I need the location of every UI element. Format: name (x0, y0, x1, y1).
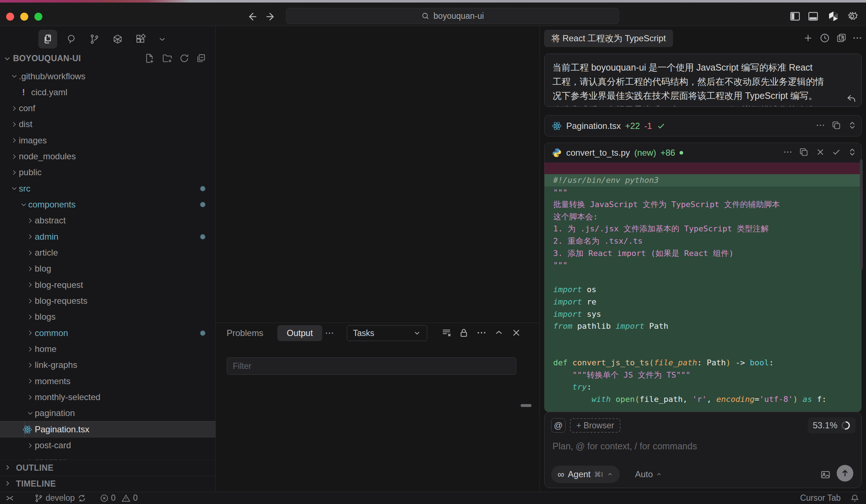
chat-history-icon[interactable] (819, 33, 831, 44)
git-branch-indicator[interactable]: develop (34, 493, 87, 503)
tree-item-blog-request[interactable]: blog-request (0, 277, 215, 293)
tab-output[interactable]: Output (277, 325, 322, 341)
maximize-panel-icon[interactable] (493, 327, 505, 339)
explorer-header[interactable]: BOYOUQUAN-UI (0, 51, 215, 66)
card-more-icon[interactable] (783, 147, 794, 159)
tree-item-blog[interactable]: blog (0, 261, 215, 277)
refresh-icon[interactable] (179, 53, 190, 64)
context-usage-indicator[interactable]: 53.1% (808, 417, 856, 433)
copy-icon[interactable] (799, 147, 810, 159)
send-button[interactable] (837, 465, 853, 482)
code-diff-view[interactable]: #!/usr/bin/env python3"""批量转换 JavaScript… (545, 163, 861, 412)
lock-scroll-icon[interactable] (458, 327, 470, 339)
chat-input-box[interactable]: @ + Browser 53.1% Plan, @ for context, /… (544, 412, 862, 488)
output-channel-select[interactable]: Tasks (347, 325, 427, 341)
tree-item-public[interactable]: public (0, 164, 215, 181)
activity-more-chevron-icon[interactable] (155, 30, 169, 49)
open-in-editor-icon[interactable] (836, 33, 848, 44)
cursor-logo-icon[interactable] (828, 10, 840, 23)
tree-item-link-graphs[interactable]: link-graphs (0, 357, 215, 373)
agent-mode-selector[interactable]: ∞ Agent ⌘I (551, 466, 620, 483)
sidebar: BOYOUQUAN-UI .github/workflows!cicd.yaml… (0, 26, 215, 492)
navigate-back-button[interactable] (245, 10, 258, 23)
activity-search-icon[interactable] (62, 30, 81, 49)
search-query-text: boyouquan-ui (433, 11, 484, 21)
problems-indicator[interactable]: 0 0 (100, 493, 138, 503)
tree-item-dist[interactable]: dist (0, 116, 215, 133)
accept-icon[interactable] (831, 147, 843, 159)
chat-title-tab[interactable]: 将 React 工程改为 TypeScript (544, 30, 673, 47)
chat-more-icon[interactable] (852, 33, 863, 44)
warning-icon (121, 494, 131, 503)
restore-checkpoint-icon[interactable] (846, 93, 857, 104)
tree-item--github-workflows[interactable]: .github/workflows (0, 68, 215, 84)
tree-item-cicd-yaml[interactable]: !cicd.yaml (0, 84, 215, 100)
clear-output-icon[interactable] (441, 327, 453, 339)
activity-explorer-icon[interactable] (38, 30, 57, 49)
remote-indicator[interactable] (5, 494, 14, 503)
tree-item-pagination[interactable]: pagination (0, 405, 215, 421)
tree-item-abstract[interactable]: abstract (0, 213, 215, 229)
new-chat-icon[interactable] (803, 33, 814, 44)
tree-item-admin[interactable]: admin (0, 228, 215, 245)
usage-percent: 53.1% (813, 420, 837, 430)
activity-remote-explorer-icon[interactable] (108, 30, 127, 49)
tree-item-common[interactable]: common (0, 325, 215, 341)
new-file-icon[interactable] (144, 53, 156, 64)
code-line (545, 272, 861, 284)
timeline-section-header[interactable]: TIMELINE (0, 476, 215, 492)
tree-item-label: moments (35, 376, 71, 386)
tree-item-post-card[interactable]: post-card (0, 437, 215, 454)
chat-scrollbar-thumb[interactable] (860, 159, 863, 269)
tree-item-node-modules[interactable]: node_modules (0, 148, 215, 165)
tree-item-monthly-selected[interactable]: monthly-selected (0, 389, 215, 406)
expand-collapse-icon[interactable] (847, 120, 859, 132)
file-change-card-pagination[interactable]: Pagination.tsx +22 -1 (544, 115, 862, 136)
code-line: def convert_js_to_ts(file_path: Path) ->… (545, 357, 861, 369)
command-search-box[interactable]: boyouquan-ui (286, 8, 619, 24)
tree-item-article[interactable]: article (0, 245, 215, 261)
file-change-card-convert-script[interactable]: convert_to_ts.py (new) +86 #! (544, 143, 862, 412)
chat-input-placeholder[interactable]: Plan, @ for context, / for commands (552, 441, 697, 452)
browser-context-chip[interactable]: + Browser (570, 418, 621, 433)
card-more-icon[interactable] (815, 120, 827, 132)
panel-more-tabs-icon[interactable] (324, 328, 335, 338)
activity-source-control-icon[interactable] (85, 30, 104, 49)
tab-problems[interactable]: Problems (227, 328, 263, 338)
toggle-sidebar-icon[interactable] (789, 10, 802, 23)
attach-image-icon[interactable] (820, 469, 831, 480)
reject-icon[interactable] (815, 147, 827, 159)
output-filter-input[interactable] (227, 357, 516, 375)
add-context-button[interactable]: @ (551, 418, 566, 433)
outline-section-header[interactable]: OUTLINE (0, 460, 215, 476)
tree-item-blog-requests[interactable]: blog-requests (0, 293, 215, 309)
close-panel-icon[interactable] (511, 327, 522, 339)
close-window-button[interactable] (6, 13, 14, 21)
user-prompt-message[interactable]: 当前工程 boyouquan-ui 是一个使用 JavaScript 编写的标准… (544, 54, 862, 107)
tree-item-blogs[interactable]: blogs (0, 309, 215, 325)
tree-item-label: home (35, 344, 56, 354)
panel-scrollbar-thumb[interactable] (521, 404, 531, 407)
tree-item-components[interactable]: components (0, 197, 215, 213)
cursor-tab-status[interactable]: Cursor Tab (800, 493, 841, 503)
chevron-right-icon (25, 280, 35, 290)
tree-item-pagination-tsx[interactable]: Pagination.tsx (0, 421, 215, 437)
tree-item-moments[interactable]: moments (0, 373, 215, 389)
copy-icon[interactable] (831, 120, 843, 132)
collapse-all-icon[interactable] (196, 53, 207, 64)
tree-item-images[interactable]: images (0, 132, 215, 148)
expand-collapse-icon[interactable] (847, 147, 859, 159)
navigate-forward-button[interactable] (265, 10, 277, 23)
model-selector[interactable]: Auto (635, 469, 662, 479)
tree-item-home[interactable]: home (0, 341, 215, 357)
tree-item-src[interactable]: src (0, 180, 215, 197)
toggle-panel-icon[interactable] (807, 10, 820, 23)
settings-gear-icon[interactable] (846, 10, 859, 23)
notifications-bell-icon[interactable] (850, 494, 859, 503)
minimize-window-button[interactable] (20, 13, 28, 21)
maximize-window-button[interactable] (34, 13, 42, 21)
tree-item-conf[interactable]: conf (0, 100, 215, 117)
activity-extensions-icon[interactable] (131, 30, 150, 49)
new-folder-icon[interactable] (162, 53, 173, 64)
panel-more-actions-icon[interactable] (476, 327, 488, 339)
